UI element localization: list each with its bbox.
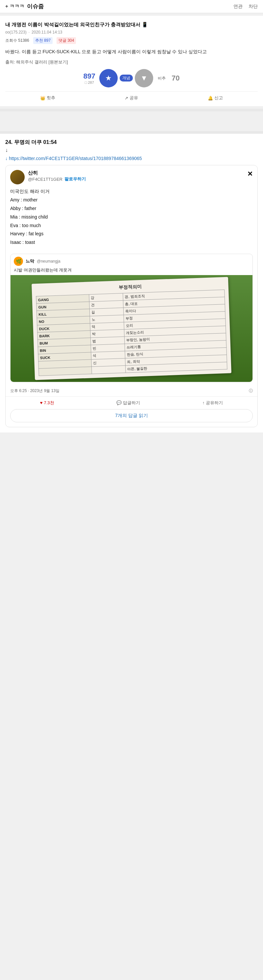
- paper-grid: GANG강갱, 범죄조직GUN건총, 대포KILL길죽이다NO노부정DUCK덕오…: [36, 290, 228, 376]
- article-card: 내 개명전 이름이 박석길이었는데 외국인친구가 충격받았대서 📱 oo(175…: [0, 16, 263, 106]
- crown-icon: [40, 95, 45, 100]
- vote-down-button[interactable]: ▼: [135, 69, 153, 88]
- vote-up-label: 개념: [120, 75, 133, 81]
- vote-sub: □ 287: [85, 81, 94, 84]
- divider2: [0, 131, 263, 134]
- views-stat: 조회수 51386: [5, 38, 29, 43]
- tweet-line-4: Eva : too much: [10, 222, 253, 230]
- tweet-header: 산히 @F4CE1TT1GER 팔로우하기 ✕: [6, 165, 257, 185]
- tweet-footer: 오후 6:25 · 2023년 9월 13일 ⓘ: [6, 385, 257, 396]
- top-bar: + ㅋㅋㅋ 이슈줌 연관 차단: [0, 0, 263, 13]
- block-button[interactable]: 차단: [249, 4, 258, 10]
- tweet-reply-action[interactable]: 💬 답글하기: [116, 400, 140, 406]
- heart-icon: ♥: [40, 400, 43, 405]
- comment-header: 24. 무명의 더쿠 01:54: [5, 139, 258, 146]
- twitter-link[interactable]: ↓ https://twitter.com/F4CE1TT1GER/status…: [5, 156, 258, 161]
- twitter-url: https://twitter.com/F4CE1TT1GER/status/1…: [9, 156, 142, 161]
- divider: [0, 109, 263, 111]
- comments-stat: 댓글 304: [57, 37, 76, 44]
- tweet-line-1: Amy : mother: [10, 196, 253, 204]
- tweet-line-0: 미국인도 해라 이거: [10, 188, 253, 196]
- share-icon: ↗: [124, 95, 128, 100]
- tweet-line-3: Mia : missing child: [10, 213, 253, 221]
- related-button[interactable]: 연관: [233, 4, 242, 10]
- like-count: 7.3천: [44, 400, 54, 406]
- article-action-bar: 힛추 ↗ 공유 신고: [5, 91, 258, 101]
- reply-icon: 💬: [116, 400, 122, 405]
- x-logo: ✕: [247, 170, 253, 178]
- vote-up-number: 897: [83, 72, 95, 81]
- tweet-card: 산히 @F4CE1TT1GER 팔로우하기 ✕ 미국인도 해라 이거 Amy :…: [5, 165, 258, 427]
- tweet-display-name: 산히: [28, 170, 244, 176]
- read-replies-button[interactable]: 7개의 답글 읽기: [10, 409, 253, 422]
- comment-section: 24. 무명의 더쿠 01:54 ↓ ↓ https://twitter.com…: [0, 134, 263, 433]
- quoted-avatar: 🌿: [14, 257, 23, 266]
- vote-up-button[interactable]: ★: [99, 69, 118, 88]
- table-eng-cell: [38, 367, 91, 376]
- tweet-line-6: Isaac : toast: [10, 239, 253, 247]
- article-stats-row: 조회수 51386 추천 897 댓글 304: [5, 37, 258, 44]
- share-arrow-icon: ↑: [202, 400, 205, 405]
- report-action[interactable]: 신고: [208, 95, 223, 101]
- arrow2: ↓: [5, 156, 8, 161]
- reply-label: 답글하기: [123, 400, 140, 406]
- quoted-tweet-header: 🌿 느막 @neumangja: [11, 254, 252, 267]
- vote-down-label: 비추: [155, 75, 168, 82]
- article-views-meta: oo(175.223): [5, 30, 27, 35]
- quoted-tweet-text: 시발 여권만들러왔는데 개웃겨: [11, 267, 252, 275]
- app-title: 이슈줌: [27, 3, 231, 10]
- paper-table: 부정적의미 GANG강갱, 범죄조직GUN건총, 대포KILL길죽이다NO노부정…: [32, 277, 231, 380]
- table-kor1-cell: [91, 366, 126, 374]
- tweet-user-info: 산히 @F4CE1TT1GER 팔로우하기: [28, 170, 244, 182]
- article-title[interactable]: 내 개명전 이름이 박석길이었는데 외국인친구가 충격받았대서 📱: [5, 21, 258, 28]
- article-source[interactable]: 출처: 해외주식 갤러리 [원본보기]: [5, 59, 258, 65]
- report-icon: [208, 95, 213, 100]
- tweet-like-action[interactable]: ♥ 7.3천: [40, 400, 54, 406]
- likes-stat: 추천 897: [33, 37, 53, 44]
- quoted-image: 부정적의미 GANG강갱, 범죄조직GUN건총, 대포KILL길죽이다NO노부정…: [11, 275, 252, 382]
- article-meta: oo(175.223) · 2020.11.04 14:13: [5, 30, 258, 35]
- vote-up-count-area: 897 □ 287: [83, 72, 95, 84]
- best-action[interactable]: 힛추: [40, 95, 55, 101]
- tweet-info-icon[interactable]: ⓘ: [249, 388, 253, 394]
- tweet-actions: ♥ 7.3천 💬 답글하기 ↑ 공유하기: [6, 396, 257, 409]
- vote-down-count-area: 70: [172, 74, 180, 83]
- tweet-share-action[interactable]: ↑ 공유하기: [202, 400, 223, 406]
- tweet-follow-button[interactable]: 팔로우하기: [64, 176, 86, 182]
- tweet-line-2: Abby : father: [10, 205, 253, 213]
- tweet-avatar: [10, 170, 25, 185]
- tweet-body: 미국인도 해라 이거 Amy : mother Abby : father Mi…: [6, 185, 257, 250]
- vote-section: 897 □ 287 ★ 개념 ▼ 비추 70: [5, 69, 258, 88]
- plus-label: + ㅋㅋㅋ: [5, 3, 24, 10]
- tweet-line-5: Harvey : fat legs: [10, 230, 253, 238]
- tweet-avatar-img: [10, 170, 25, 185]
- share-action[interactable]: ↗ 공유: [124, 95, 138, 101]
- article-body: 바꿨다. 이름 듣고 FUCK-SUCK-KILL 으로 듣고 어떻게 사람이름…: [5, 48, 258, 55]
- tweet-timestamp: 오후 6:25 · 2023년 9월 13일: [10, 388, 59, 394]
- tweet-handle-row: @F4CE1TT1GER 팔로우하기: [28, 176, 244, 182]
- vote-down-number: 70: [172, 74, 180, 83]
- spacer: [0, 111, 263, 131]
- comment-arrow1: ↓: [5, 147, 258, 153]
- quoted-tweet: 🌿 느막 @neumangja 시발 여권만들러왔는데 개웃겨 부정적의미 GA…: [10, 254, 253, 382]
- article-date: 2020.11.04 14:13: [32, 30, 62, 35]
- share-label: 공유하기: [206, 400, 223, 406]
